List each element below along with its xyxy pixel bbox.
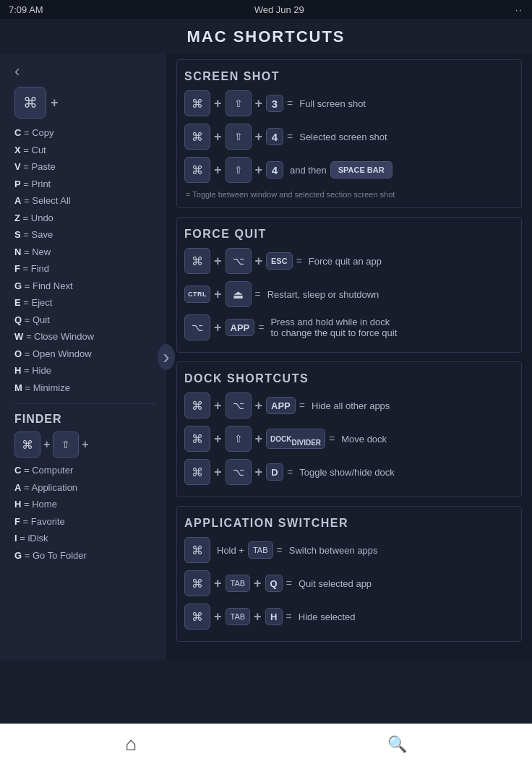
plus-ss2: + (214, 129, 222, 145)
list-item: A = Select All (14, 194, 156, 208)
list-item: O = Open Window (14, 347, 156, 361)
plus-label: + (51, 95, 59, 111)
equals-dk2: = (329, 433, 335, 445)
list-item: G = Find Next (14, 279, 156, 293)
key-h: H (265, 608, 283, 625)
home-nav-icon[interactable]: ⌂ (125, 733, 137, 755)
appswitcher-title: APPLICATION SWITCHER (184, 517, 514, 530)
cmd-key-fq1: ⌘ (184, 248, 210, 274)
left-sidebar: ‹ ⌘ + C = Copy X = Cut V = Paste P = Pri… (0, 53, 166, 661)
key-q: Q (265, 575, 283, 592)
tab-key-as3: TAB (226, 608, 251, 625)
cmd-key-as1: ⌘ (184, 537, 210, 563)
cmd-plus-section: ⌘ + (14, 87, 156, 119)
equals-as2: = (286, 578, 292, 589)
spacebar-note: = Toggle between window and selected sec… (186, 190, 514, 199)
option-key-fq3: ⌥ (184, 314, 210, 340)
list-item: F = Favorite (14, 515, 156, 529)
list-item: C = Computer (14, 463, 156, 478)
plus-fq1b: + (255, 254, 263, 269)
back-button[interactable]: ‹ (14, 62, 156, 81)
list-item: S = Save (14, 228, 156, 242)
dock-section: DOCK SHORTCUTS ⌘ + ⌥ + APP = Hide all ot… (176, 361, 522, 497)
list-item: H = Hide (14, 364, 156, 378)
dock-row-1: ⌘ + ⌥ + APP = Hide all other apps (184, 392, 514, 419)
plus-ss1: + (214, 96, 222, 111)
finder-cmd-row: ⌘ + ⇧ + (14, 432, 156, 458)
dock-title: DOCK SHORTCUTS (184, 372, 514, 385)
plus-as3: + (214, 609, 222, 624)
status-dots: ·· (515, 4, 523, 15)
equals-as3: = (286, 611, 292, 622)
appswitcher-row-2: ⌘ + TAB + Q = Quit selected app (184, 570, 514, 596)
desc-dk3: Toggle show/hide dock (299, 467, 395, 478)
forcequit-row-2: CTRL + ⏏ = Restart, sleep or shutdown (184, 281, 514, 307)
desc-ss2: Selected screen shot (299, 132, 387, 142)
cmd-key: ⌘ (14, 87, 46, 119)
plus-as2b: + (254, 576, 262, 591)
finder-cmd-key: ⌘ (14, 432, 40, 458)
desc-fq3: Press and hold while in dockto change th… (270, 317, 397, 338)
list-item: I = iDisk (14, 531, 156, 546)
equals-fq3: = (258, 322, 264, 333)
dock-row-2: ⌘ + ⇧ + DOCKDIVIDER = Move dock (184, 426, 514, 452)
desc-as3: Hide selected (299, 611, 356, 622)
key-3: 3 (266, 95, 283, 112)
desc-as1: Switch between apps (289, 545, 378, 556)
equals-fq2: = (255, 288, 261, 300)
right-content: SCREEN SHOT ⌘ + ⇧ + 3 = Full screen shot… (166, 53, 532, 661)
finder-plus: + (43, 438, 50, 451)
divider (14, 403, 156, 404)
list-item: W = Close Window (14, 330, 156, 344)
main-layout: ‹ ⌘ + C = Copy X = Cut V = Paste P = Pri… (0, 53, 532, 661)
page-chevron[interactable]: › (158, 344, 175, 370)
key-4b: 4 (266, 161, 283, 179)
plus-ss3b: + (255, 163, 263, 178)
hold-label: Hold + (217, 545, 244, 556)
bottom-nav: ⌂ 🔍 (0, 724, 532, 764)
andthen-ss3: and then (290, 165, 327, 176)
plus-dk3: + (214, 465, 222, 480)
plus-fq3: + (214, 320, 222, 335)
equals-ss1: = (287, 98, 293, 109)
status-date: Wed Jun 29 (254, 4, 304, 15)
option-key-fq1: ⌥ (226, 248, 252, 274)
list-item: E = Eject (14, 296, 156, 310)
plus-dk2b: + (255, 432, 263, 447)
finder-shortcut-list: C = Computer A = Application H = Home F … (14, 463, 156, 562)
eject-key: ⏏ (226, 281, 252, 307)
desc-ss1: Full screen shot (299, 98, 366, 109)
shift-key-dk2: ⇧ (226, 426, 252, 452)
cmd-key-as2: ⌘ (184, 570, 210, 596)
search-nav-icon[interactable]: 🔍 (387, 735, 407, 754)
ctrl-key: CTRL (184, 286, 210, 303)
esc-key: ESC (266, 252, 293, 270)
shift-key-ss2: ⇧ (226, 124, 252, 150)
plus-ss3: + (214, 163, 222, 178)
shortcut-list: C = Copy X = Cut V = Paste P = Print A =… (14, 126, 156, 395)
dock-row-3: ⌘ + ⌥ + D = Toggle show/hide dock (184, 459, 514, 485)
desc-as2: Quit selected app (299, 578, 372, 589)
desc-fq2: Restart, sleep or shutdown (267, 289, 379, 300)
list-item: V = Paste (14, 160, 156, 174)
equals-as1: = (277, 544, 283, 556)
screenshot-row-3: ⌘ + ⇧ + 4 and then SPACE BAR (184, 157, 514, 183)
list-item: Z = Undo (14, 211, 156, 226)
cmd-symbol: ⌘ (23, 94, 38, 111)
equals-dk3: = (287, 466, 293, 478)
desc-dk1: Hide all other apps (312, 400, 390, 411)
app-key-fq3: APP (226, 319, 255, 336)
appswitcher-row-3: ⌘ + TAB + H = Hide selected (184, 604, 514, 630)
cmd-key-dk2: ⌘ (184, 426, 210, 452)
option-key-dk3: ⌥ (226, 459, 252, 485)
list-item: N = New (14, 245, 156, 259)
forcequit-title: FORCE QUIT (184, 228, 514, 241)
equals-fq1: = (296, 255, 302, 267)
list-item: P = Print (14, 177, 156, 192)
key-d: D (266, 463, 283, 481)
page-title: MAC SHORTCUTS (0, 19, 532, 53)
cmd-key-ss2: ⌘ (184, 124, 210, 150)
cmd-key-ss1: ⌘ (184, 90, 210, 116)
finder-cmd-symbol: ⌘ (22, 438, 33, 452)
finder-plus2: + (82, 438, 88, 451)
